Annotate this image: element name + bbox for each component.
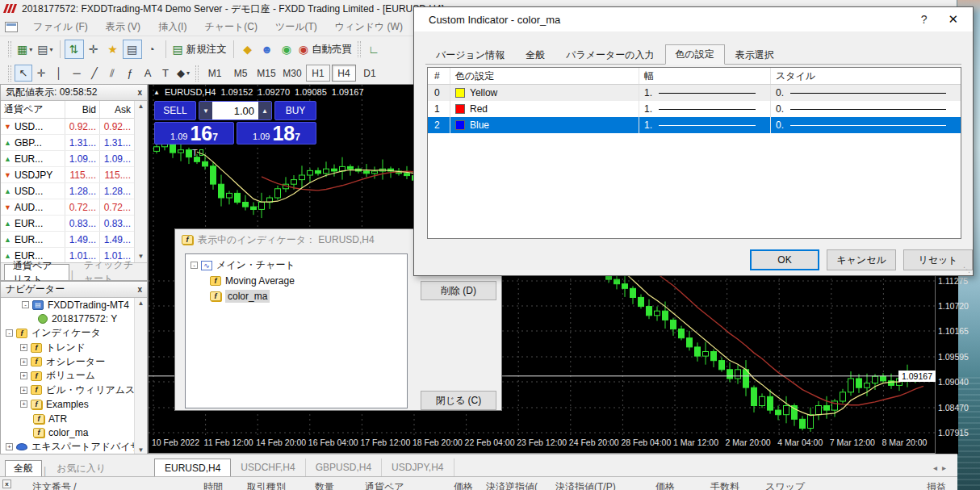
column-color[interactable]: 色の設定 — [450, 68, 639, 84]
column-symbol[interactable]: 通貨ペア — [1, 101, 65, 118]
chart-tab-usdchf-h4[interactable]: USDCHF,H4 — [231, 459, 305, 476]
timeframe-m30[interactable]: M30 — [280, 65, 304, 82]
new-order-button[interactable]: ▤新規注文 — [170, 40, 229, 59]
color-swatch[interactable] — [455, 88, 465, 98]
community-button[interactable]: ☻ — [258, 40, 277, 59]
resize-grip[interactable]: ⋱ — [963, 266, 970, 274]
terminal-column-header[interactable]: 数量 — [315, 480, 334, 490]
terminal-column-header[interactable]: スワップ — [765, 480, 805, 490]
symbol-row[interactable]: ▲EUR...0.83...0.83... — [1, 216, 147, 232]
one-click-collapse-icon[interactable]: ▲ — [153, 89, 160, 96]
dialog-title-bar[interactable]: Custom Indicator - color_ma ? ✕ — [414, 7, 973, 31]
navigator-tab-1[interactable]: お気に入り — [48, 460, 115, 476]
close-icon[interactable]: x — [137, 88, 142, 97]
buy-price[interactable]: 1.09187 — [237, 122, 316, 144]
ok-button[interactable]: OK — [750, 249, 819, 270]
tree-item[interactable]: +fオシレーター — [1, 354, 147, 369]
tree-item[interactable]: fcolor_ma — [1, 425, 147, 440]
navigator-toggle-button[interactable]: ★ — [103, 40, 123, 59]
color-swatch[interactable] — [455, 120, 465, 130]
autotrading-button[interactable]: ◉自動売買 — [296, 40, 354, 59]
terminal-column-header[interactable]: 価格 — [454, 480, 473, 490]
volume-input[interactable]: 1.00 — [212, 102, 258, 119]
timeframe-d1[interactable]: D1 — [358, 65, 382, 82]
expand-icon[interactable]: + — [20, 344, 27, 351]
toolbar-grip[interactable] — [195, 65, 199, 82]
cancel-button[interactable]: キャンセル — [827, 249, 896, 270]
symbol-row[interactable]: ▲EUR...1.09...1.09... — [1, 151, 147, 167]
tree-item-main-chart[interactable]: -∿メイン・チャート — [186, 258, 407, 273]
color-setting-row[interactable]: 1Red1.0. — [428, 101, 961, 117]
expand-icon[interactable]: + — [20, 387, 27, 394]
symbol-row[interactable]: ▲EUR...1.49...1.49... — [1, 232, 147, 248]
terminal-column-header[interactable]: 決済指値(T/P) — [555, 480, 616, 490]
symbol-row[interactable]: ▼USD...0.92...0.92... — [1, 119, 147, 135]
expand-icon[interactable]: + — [6, 443, 13, 450]
symbol-row[interactable]: ▼USDJPY115....115.... — [1, 167, 147, 183]
expand-icon[interactable]: + — [20, 358, 27, 366]
tree-item[interactable]: -▤FXDDTrading-MT4 — [1, 298, 147, 312]
terminal-column-header[interactable]: 損益 — [927, 480, 946, 490]
dialog-tab-パラメーターの入力[interactable]: パラメーターの入力 — [555, 46, 664, 64]
indicator-item[interactable]: fcolor_ma — [186, 288, 407, 304]
horizontal-line-tool-button[interactable]: ─ — [68, 65, 86, 82]
market-watch-tab-1[interactable]: ティックチャート — [75, 264, 147, 280]
toolbar-grip[interactable] — [8, 65, 11, 82]
column-index[interactable]: # — [428, 68, 450, 84]
chart-shift-button[interactable]: ∟ — [364, 40, 383, 59]
menu-view[interactable]: 表示 (V) — [97, 18, 149, 36]
menu-file[interactable]: ファイル (F) — [24, 18, 97, 36]
data-window-toggle-button[interactable]: ✛ — [84, 40, 103, 59]
market-watch-tab-0[interactable]: 通貨ペアリスト — [4, 264, 69, 280]
scroll-up-icon[interactable]: ▲ — [135, 101, 147, 112]
trendline-tool-button[interactable]: ╱ — [86, 65, 103, 82]
close-button[interactable]: 閉じる (C) — [421, 391, 496, 410]
collapse-icon[interactable]: - — [191, 262, 198, 269]
navigator-tab-0[interactable]: 全般 — [5, 460, 42, 476]
timeframe-h4[interactable]: H4 — [332, 65, 356, 82]
tree-item[interactable]: +fボリューム — [1, 369, 147, 383]
terminal-column-header[interactable]: 価格 — [655, 480, 675, 490]
cursor-tool-button[interactable]: ↖ — [15, 65, 32, 82]
terminal-toggle-button[interactable]: ▤ — [123, 40, 142, 59]
chevron-down-icon[interactable]: ▾ — [49, 46, 52, 53]
sell-price[interactable]: 1.09167 — [154, 122, 234, 144]
market-watch-scrollbar[interactable]: ▲▼ — [134, 101, 147, 262]
help-icon[interactable]: ? — [907, 13, 942, 26]
tree-item[interactable]: +fトレンド — [1, 341, 147, 355]
expand-icon[interactable]: + — [20, 400, 27, 408]
timeframe-m15[interactable]: M15 — [254, 65, 279, 82]
indicator-item[interactable]: fMoving Average — [186, 273, 407, 288]
dialog-tab-表示選択[interactable]: 表示選択 — [725, 46, 785, 64]
market-watch-table[interactable]: 通貨ペアBidAsk▼USD...0.92...0.92...▲GBP...1.… — [1, 101, 147, 262]
terminal-column-header[interactable]: 時間 — [203, 480, 223, 490]
navigator-tree[interactable]: -▤FXDDTrading-MT42018177572: Y-fインディケータ+… — [1, 298, 147, 456]
metaeditor-button[interactable]: ◆ — [238, 40, 258, 59]
vertical-line-tool-button[interactable]: │ — [50, 65, 68, 82]
menu-window[interactable]: ウィンドウ (W) — [326, 18, 412, 36]
text-tool-button[interactable]: A — [139, 65, 157, 82]
dialog-tab-色の設定[interactable]: 色の設定 — [665, 44, 725, 65]
collapse-icon[interactable]: - — [6, 329, 13, 337]
menu-tools[interactable]: ツール(T) — [266, 18, 326, 36]
chart-tab-gbpusd-h4[interactable]: GBPUSD,H4 — [306, 459, 382, 476]
toolbar-grip[interactable] — [8, 41, 11, 57]
collapse-icon[interactable]: - — [22, 301, 29, 308]
sell-button[interactable]: SELL — [154, 101, 196, 120]
volume-up-icon[interactable]: ▲ — [258, 102, 271, 119]
symbol-row[interactable]: ▲USD...1.28...1.28... — [1, 183, 147, 199]
column-style[interactable]: スタイル — [771, 68, 961, 84]
fibonacci-tool-button[interactable]: ƒ — [121, 65, 139, 82]
symbol-row[interactable]: ▲GBP...1.31...1.31... — [1, 135, 147, 151]
terminal-column-header[interactable]: 通貨ペア — [365, 480, 404, 490]
tree-item[interactable]: +エキスパートアドバイザ — [1, 440, 147, 454]
timeframe-m1[interactable]: M1 — [203, 65, 227, 82]
new-chart-button[interactable]: ▦▾ — [15, 40, 35, 59]
crosshair-tool-button[interactable]: ✛ — [32, 65, 50, 82]
delete-button[interactable]: 削除 (D) — [421, 281, 496, 300]
volume-down-icon[interactable]: ▼ — [199, 102, 212, 119]
navigator-scrollbar[interactable]: ▲▼ — [134, 298, 147, 456]
tree-item[interactable]: +fビル・ウィリアムス — [1, 383, 147, 398]
chart-tab-eurusd-h4[interactable]: EURUSD,H4 — [154, 459, 231, 476]
terminal-column-header[interactable]: 決済逆指値( — [486, 480, 538, 490]
